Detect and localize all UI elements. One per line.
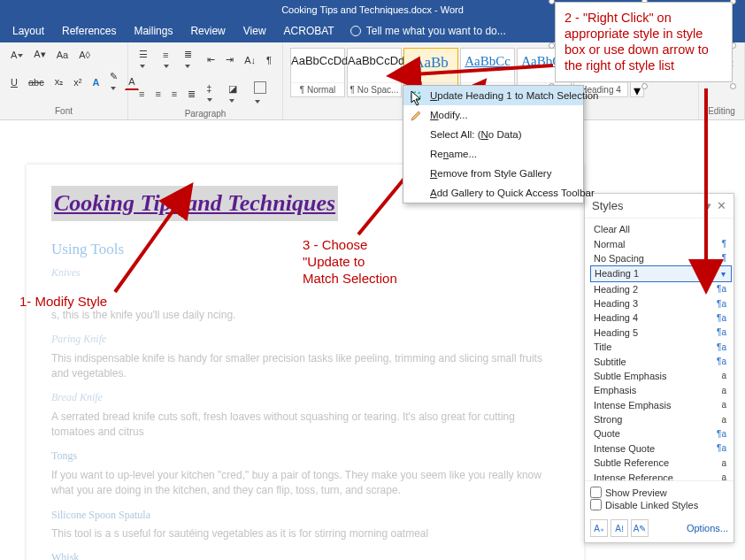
underline-button[interactable]: U	[7, 74, 21, 90]
styles-pane-footer: Show Preview Disable Linked Styles	[585, 480, 733, 516]
styles-pane-row-normal[interactable]: Normal¶	[590, 236, 732, 250]
sort-button[interactable]: A↓	[241, 52, 259, 68]
style-inspector-button[interactable]: A⁞	[611, 519, 628, 537]
group-paragraph: ☰ ≡ ≣ ⇤ ⇥ A↓ ¶ ≡ ≡ ≡ ≣ ‡ ◪ Paragraph	[128, 42, 283, 119]
annotation-3: 3 - Choose "Update to Match Selection	[303, 237, 397, 287]
context-item-4[interactable]: Remove from Style Gallery	[403, 164, 583, 183]
superscript-button[interactable]: x²	[70, 74, 85, 90]
group-font: A A▾ Aa A◊ U abc x₂ x² A ✎ A Font	[0, 42, 128, 119]
para-paring: This indispensable knife is handy for sm…	[51, 351, 559, 382]
tab-mailings[interactable]: Mailings	[125, 19, 181, 42]
align-right-button[interactable]: ≡	[168, 86, 180, 102]
styles-pane-row-clear-all[interactable]: Clear All	[590, 222, 732, 236]
clear-formatting-button[interactable]: A◊	[75, 47, 94, 63]
styles-pane-row-heading-1[interactable]: Heading 1▾	[590, 265, 732, 281]
styles-pane-bottom: A₊ A⁞ A✎ Options...	[585, 516, 733, 542]
styles-pane-row-subtle-emphasis[interactable]: Subtle Emphasisa	[590, 369, 732, 383]
pencil-icon	[410, 110, 422, 122]
styles-pane-row-heading-3[interactable]: Heading 3¶a	[590, 296, 732, 311]
styles-pane-list[interactable]: Clear AllNormal¶No Spacing¶Heading 1▾Hea…	[585, 219, 733, 480]
context-item-5[interactable]: Add Gallery to Quick Access Toolbar	[403, 183, 583, 203]
styles-pane-row-heading-2[interactable]: Heading 2¶a	[590, 282, 732, 296]
styles-pane-row-intense-reference[interactable]: Intense Referencea	[590, 470, 732, 480]
styles-pane[interactable]: Styles ▾✕ Clear AllNormal¶No Spacing¶Hea…	[584, 193, 734, 543]
bulb-icon	[350, 26, 361, 36]
styles-options-link[interactable]: Options...	[687, 523, 728, 533]
strike-button[interactable]: abc	[25, 74, 48, 90]
bullets-button[interactable]: ☰	[135, 46, 156, 73]
group-editing-label: Editing	[706, 106, 737, 116]
line-spacing-button[interactable]: ‡	[203, 81, 221, 107]
styles-pane-row-heading-4[interactable]: Heading 4¶a	[590, 311, 732, 325]
context-item-0[interactable]: Update Heading 1 to Match Selection	[403, 86, 583, 105]
styles-pane-dropdown-icon[interactable]: ▾	[705, 199, 711, 212]
style-tile-0[interactable]: AaBbCcDd¶ Normal	[290, 48, 345, 97]
annotation-1: 1- Modify Style	[19, 294, 107, 311]
decrease-indent-button[interactable]: ⇤	[204, 51, 219, 68]
subscript-button[interactable]: x₂	[51, 73, 67, 90]
sub-whisk: Whisk	[51, 550, 559, 560]
sub-spatula: Silicone Spoon Spatula	[51, 508, 559, 523]
styles-pane-row-title[interactable]: Title¶a	[590, 340, 732, 354]
new-style-button[interactable]: A₊	[590, 519, 608, 537]
styles-pane-row-emphasis[interactable]: Emphasisa	[590, 383, 732, 397]
para-tongs: If you want to up-level your kitchen "cr…	[51, 468, 559, 499]
align-center-button[interactable]: ≡	[151, 86, 164, 102]
styles-pane-row-no-spacing[interactable]: No Spacing¶	[590, 251, 732, 265]
highlight-button[interactable]: ✎	[106, 68, 121, 96]
shading-button[interactable]: ◪	[225, 81, 247, 108]
styles-pane-row-quote[interactable]: Quote¶a	[590, 426, 732, 441]
context-item-3[interactable]: Rename...	[403, 144, 583, 164]
cursor-icon	[411, 90, 423, 106]
sub-bread: Bread Knife	[51, 390, 559, 405]
tell-me-search[interactable]: Tell me what you want to do...	[350, 25, 506, 37]
styles-pane-row-subtle-reference[interactable]: Subtle Referencea	[590, 456, 732, 470]
borders-button[interactable]	[250, 79, 275, 109]
styles-pane-row-strong[interactable]: Stronga	[590, 412, 732, 426]
group-font-label: Font	[7, 106, 120, 116]
tab-view[interactable]: View	[234, 19, 275, 42]
document-page[interactable]: Cooking Tips and Techniques Using Tools …	[27, 165, 584, 560]
multilevel-button[interactable]: ≣	[180, 46, 200, 73]
tab-references[interactable]: References	[53, 19, 125, 42]
tab-layout[interactable]: Layout	[4, 19, 53, 42]
styles-pane-close-icon[interactable]: ✕	[717, 199, 726, 212]
style-context-menu: Update Heading 1 to Match SelectionModif…	[403, 85, 584, 203]
context-item-2[interactable]: Select All: (No Data)	[403, 125, 583, 144]
window-title: Cooking Tips and Techniques.docx - Word	[281, 4, 464, 15]
disable-linked-checkbox[interactable]: Disable Linked Styles	[590, 499, 728, 510]
styles-pane-row-intense-quote[interactable]: Intense Quote¶a	[590, 441, 732, 456]
styles-pane-row-heading-5[interactable]: Heading 5¶a	[590, 326, 732, 340]
justify-button[interactable]: ≣	[184, 86, 199, 103]
sub-paring: Paring Knife	[51, 332, 559, 347]
font-grow-button[interactable]: A	[7, 47, 27, 63]
para-bread: A serrated bread knife cuts soft, fresh …	[51, 410, 559, 441]
styles-pane-title: Styles	[592, 199, 623, 212]
para-chef: s, this is the knife you'll use daily nc…	[51, 308, 559, 323]
show-marks-button[interactable]: ¶	[263, 52, 275, 68]
tab-review[interactable]: Review	[181, 19, 234, 42]
align-left-button[interactable]: ≡	[135, 86, 148, 102]
tell-me-placeholder: Tell me what you want to do...	[366, 25, 506, 37]
styles-pane-header: Styles ▾✕	[585, 194, 733, 219]
font-shrink-button[interactable]: A▾	[30, 46, 49, 63]
tab-acrobat[interactable]: ACROBAT	[275, 19, 343, 42]
group-paragraph-label: Paragraph	[135, 109, 275, 119]
styles-pane-row-subtitle[interactable]: Subtitle¶a	[590, 354, 732, 368]
styles-pane-row-intense-emphasis[interactable]: Intense Emphasisa	[590, 398, 732, 412]
doc-title-heading[interactable]: Cooking Tips and Techniques	[51, 186, 338, 221]
change-case-button[interactable]: Aa	[53, 47, 72, 63]
sub-tongs: Tongs	[51, 449, 559, 464]
context-item-1[interactable]: Modify...	[403, 105, 583, 125]
increase-indent-button[interactable]: ⇥	[222, 51, 237, 68]
para-spatula: This tool is a s useful for sautéing veg…	[51, 526, 559, 541]
annotation-2-callout: 2 - "Right Click" on appropriate style i…	[555, 2, 733, 82]
text-effects-button[interactable]: A	[88, 74, 103, 90]
style-tile-1[interactable]: AaBbCcDd¶ No Spac...	[347, 48, 402, 97]
numbering-button[interactable]: ≡	[159, 47, 177, 73]
manage-styles-button[interactable]: A✎	[631, 519, 649, 537]
show-preview-checkbox[interactable]: Show Preview	[590, 487, 728, 498]
